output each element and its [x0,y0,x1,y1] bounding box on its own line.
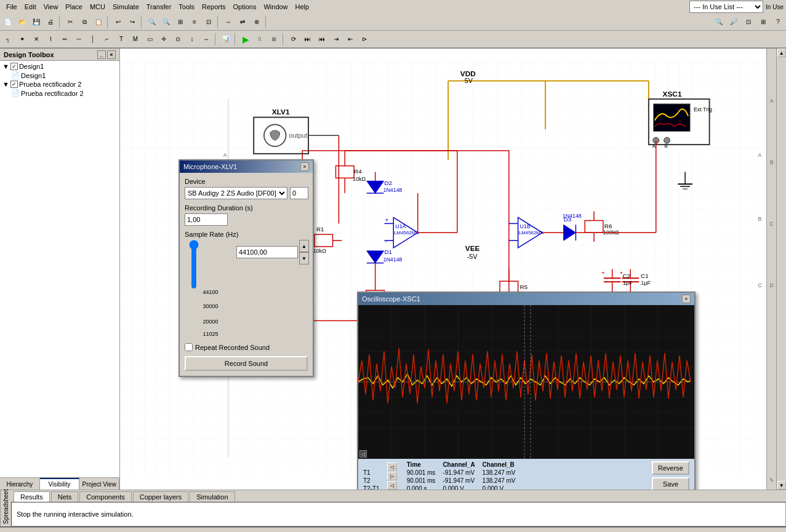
vline-btn[interactable]: │ [86,33,100,46]
menu-options[interactable]: Options [230,2,260,12]
t1-right-btn[interactable]: ▷ [387,472,397,480]
tb-btn-extra4[interactable]: ⇄ [236,15,249,29]
spreadsheet-label[interactable]: Spreadsheet [0,490,11,526]
v-scrollbar[interactable]: ▲ ▼ [776,49,786,490]
sim-stop-btn[interactable]: ⏹ [267,33,281,46]
help-btn[interactable]: ? [771,15,785,29]
sim-play-btn[interactable]: ▶ [239,33,252,46]
sim-extra2[interactable]: ⇤ [343,33,357,46]
mic-close-btn[interactable]: × [300,162,309,171]
sidebar-minimize[interactable]: _ [97,50,106,59]
circuit-canvas[interactable]: VDD 5V VEE -5V R4 10kΩ D2 1N4148 [120,49,776,490]
misc-btn[interactable]: M [129,33,142,46]
rotate-btn[interactable]: ⊙ [171,33,185,46]
zoom-out-btn[interactable]: 🔍 [712,15,726,29]
tab-hierarchy[interactable]: Hierarchy [0,478,40,490]
vscroll-up[interactable]: ▲ [777,49,786,57]
sample-rate-slider[interactable] [188,240,200,289]
tree-expand-prueba[interactable]: ▼ ✓ Prueba rectificador 2 [1,80,118,89]
tab-copper-layers[interactable]: Copper layers [133,491,188,502]
tb-btn-extra3[interactable]: ↔ [222,15,235,29]
tb-btn-extra2[interactable]: ⊡ [202,15,215,29]
tab-nets[interactable]: Nets [51,491,79,502]
menu-window[interactable]: Window [260,2,291,12]
sample-rate-down[interactable]: ▼ [299,252,309,264]
recording-duration-input[interactable] [185,213,228,226]
bus-btn[interactable]: ═ [58,33,71,46]
paste-btn[interactable]: 📋 [92,15,105,29]
menu-reports[interactable]: Reports [198,2,230,12]
record-sound-btn[interactable]: Record Sound [185,356,308,371]
netflag-btn[interactable]: ⌇ [44,33,57,46]
hline-btn[interactable]: ─ [72,33,86,46]
tab-project-view[interactable]: Project View [79,478,119,490]
tb-btn-extra5[interactable]: ⊕ [250,15,263,29]
menu-simulate[interactable]: Simulate [109,2,143,12]
noconnect-btn[interactable]: ✕ [30,33,43,46]
save-btn[interactable]: Save [652,477,689,490]
t2-left-btn[interactable]: ◁ [387,481,397,490]
redo-btn[interactable]: ↪ [126,15,139,29]
component-btn[interactable]: ⊞ [174,15,187,29]
vscroll-down[interactable]: ▼ [777,481,786,490]
tree-expand-design1[interactable]: ▼ ✓ Design1 [1,62,118,71]
sim-fwd-btn[interactable]: ⏭ [301,33,315,46]
save-btn[interactable]: 💾 [30,15,43,29]
wire-btn[interactable]: ┐ [1,33,15,46]
sim-pause-btn[interactable]: ⏸ [253,33,267,46]
tree-prueba-sub[interactable]: 📄 Prueba rectificador 2 [10,89,118,98]
sample-rate-input[interactable] [236,246,298,258]
zoom-area-btn[interactable]: ⊞ [756,15,770,29]
place-btn[interactable]: ▭ [143,33,156,46]
osc-nav-left[interactable]: ◁ [359,450,367,458]
osc-close-btn[interactable]: × [682,295,691,303]
zoom-100-btn[interactable]: 🔎 [727,15,740,29]
reverse-btn[interactable]: Reverse [652,461,689,475]
menu-edit[interactable]: Edit [21,2,40,12]
new-btn[interactable]: 📄 [1,15,15,29]
corner-btn[interactable]: ⌐ [100,33,114,46]
right-panel-icon[interactable]: ✎ [769,477,774,483]
tab-results[interactable]: Results [14,491,50,502]
tab-visibility[interactable]: Visibility [40,478,80,490]
t2-chb: 138.247 mV [483,477,516,484]
open-btn[interactable]: 📂 [15,15,29,29]
device-select[interactable]: SB Audigy 2 ZS Audio [DF00] [185,187,287,199]
menu-place[interactable]: Place [62,2,86,12]
zoom-in-area[interactable]: 🔍 [145,15,159,29]
menu-transfer[interactable]: Transfer [143,2,175,12]
sidebar-close[interactable]: × [107,50,116,59]
tree-design1-sub[interactable]: 📄 Design1 [10,71,118,80]
menu-tools[interactable]: Tools [175,2,198,12]
tab-simulation[interactable]: Simulation [190,491,235,502]
device-number-input[interactable] [290,187,308,199]
zoom-fit-btn[interactable]: ⊡ [742,15,755,29]
sim-step-btn[interactable]: ⟳ [287,33,300,46]
repeat-checkbox[interactable] [185,343,193,351]
menu-view[interactable]: View [40,2,62,12]
design1-checkbox[interactable]: ✓ [10,63,18,70]
grapher-btn[interactable]: 📊 [219,33,233,46]
text-btn[interactable]: T [114,33,128,46]
tb-btn-extra1[interactable]: ≡ [188,15,201,29]
sim-extra1[interactable]: ⇥ [329,33,343,46]
menu-help[interactable]: Help [292,2,313,12]
prueba-checkbox[interactable]: ✓ [10,81,18,88]
cross-btn[interactable]: ✛ [157,33,170,46]
flip-btn[interactable]: ↔ [199,33,213,46]
t1-left-btn[interactable]: ◁ [387,463,397,471]
undo-btn[interactable]: ↩ [111,15,125,29]
copy-btn[interactable]: ⧉ [78,15,91,29]
sample-rate-up[interactable]: ▲ [299,240,309,252]
tab-components[interactable]: Components [79,491,131,502]
junction-btn[interactable]: ✦ [15,33,29,46]
mirror-btn[interactable]: ↕ [185,33,199,46]
sim-rev-btn[interactable]: ⏮ [315,33,329,46]
sim-extra3[interactable]: ⊳ [358,33,371,46]
print-btn[interactable]: 🖨 [44,15,57,29]
menu-mcu[interactable]: MCU [86,2,109,12]
cut-btn[interactable]: ✂ [63,15,77,29]
in-use-dropdown[interactable]: --- In Use List --- [689,1,763,13]
menu-file[interactable]: File [2,2,21,12]
zoom-btn2[interactable]: 🔍 [159,15,173,29]
